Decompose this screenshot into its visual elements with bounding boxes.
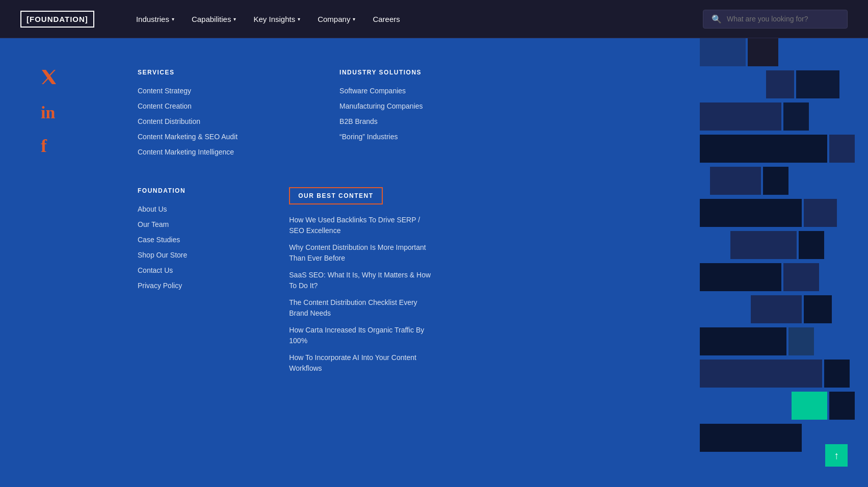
list-item: B2B Brands	[339, 117, 423, 126]
navbar: [FOUNDATION] Industries ▾ Capabilities ▾…	[0, 0, 868, 38]
list-item: About Us	[138, 204, 187, 214]
chevron-down-icon: ▾	[298, 16, 300, 22]
best-content-link-2[interactable]: SaaS SEO: What It Is, Why It Matters & H…	[289, 270, 432, 291]
best-content-section: OUR BEST CONTENT How We Used Backlinks T…	[289, 187, 432, 374]
service-link-2[interactable]: Content Distribution	[138, 117, 200, 125]
list-item: How To Incorporate AI Into Your Content …	[289, 352, 432, 374]
foundation-section: FOUNDATION About Us Our Team Case Studie…	[138, 187, 187, 374]
social-icons: in f	[41, 69, 57, 155]
nav-item-industries[interactable]: Industries ▾	[130, 11, 180, 28]
chevron-down-icon: ▾	[353, 16, 355, 22]
main-area: in f SERVICES Content Strategy Content C…	[0, 38, 868, 487]
list-item: How We Used Backlinks To Drive SERP / SE…	[289, 215, 432, 236]
nav-item-key-insights[interactable]: Key Insights ▾	[247, 11, 306, 28]
service-link-3[interactable]: Content Marketing & SEO Audit	[138, 133, 238, 141]
list-item: Content Creation	[138, 101, 238, 111]
foundation-link-4[interactable]: Contact Us	[138, 266, 173, 274]
list-item: Content Strategy	[138, 86, 238, 95]
list-item: Why Content Distribution Is More Importa…	[289, 242, 432, 264]
industry-link-1[interactable]: Manufacturing Companies	[339, 102, 423, 110]
service-link-0[interactable]: Content Strategy	[138, 87, 191, 95]
scroll-top-button[interactable]: ↑	[825, 444, 848, 467]
nav-item-capabilities[interactable]: Capabilities ▾	[186, 11, 243, 28]
list-item: Content Marketing Intelligence	[138, 147, 238, 157]
linkedin-icon[interactable]: in	[41, 104, 57, 121]
foundation-heading: FOUNDATION	[138, 187, 187, 194]
nav-items: Industries ▾ Capabilities ▾ Key Insights…	[130, 11, 682, 28]
foundation-link-1[interactable]: Our Team	[138, 220, 169, 228]
industry-link-0[interactable]: Software Companies	[339, 87, 406, 95]
service-link-4[interactable]: Content Marketing Intelligence	[138, 148, 234, 156]
industry-solutions-heading: INDUSTRY SOLUTIONS	[339, 69, 423, 76]
top-row: SERVICES Content Strategy Content Creati…	[92, 69, 571, 157]
list-item: Manufacturing Companies	[339, 101, 423, 111]
industry-solutions-list: Software Companies Manufacturing Compani…	[339, 86, 423, 141]
best-content-list: How We Used Backlinks To Drive SERP / SE…	[289, 215, 432, 374]
list-item: Case Studies	[138, 235, 187, 244]
foundation-link-3[interactable]: Shop Our Store	[138, 251, 187, 259]
search-bar[interactable]: 🔍	[703, 10, 848, 29]
list-item: How Carta Increased Its Organic Traffic …	[289, 325, 432, 346]
footer-content: SERVICES Content Strategy Content Creati…	[0, 38, 612, 487]
chevron-down-icon: ▾	[172, 16, 174, 22]
best-content-link-4[interactable]: How Carta Increased Its Organic Traffic …	[289, 325, 432, 346]
list-item: Our Team	[138, 220, 187, 229]
list-item: Software Companies	[339, 86, 423, 95]
nav-item-company[interactable]: Company ▾	[311, 11, 361, 28]
chevron-down-icon: ▾	[233, 16, 236, 22]
industry-solutions-section: INDUSTRY SOLUTIONS Software Companies Ma…	[339, 69, 423, 157]
list-item: “Boring” Industries	[339, 132, 423, 141]
best-content-link-0[interactable]: How We Used Backlinks To Drive SERP / SE…	[289, 215, 432, 236]
best-content-link-1[interactable]: Why Content Distribution Is More Importa…	[289, 242, 432, 264]
industry-link-3[interactable]: “Boring” Industries	[339, 133, 398, 141]
twitter-icon[interactable]	[41, 69, 57, 89]
services-heading: SERVICES	[138, 69, 238, 76]
facebook-icon[interactable]: f	[41, 137, 57, 155]
list-item: The Content Distribution Checklist Every…	[289, 297, 432, 319]
industry-link-2[interactable]: B2B Brands	[339, 117, 378, 125]
services-list: Content Strategy Content Creation Conten…	[138, 86, 238, 157]
foundation-link-5[interactable]: Privacy Policy	[138, 281, 182, 290]
search-icon: 🔍	[712, 14, 722, 24]
bottom-row: FOUNDATION About Us Our Team Case Studie…	[92, 187, 571, 374]
right-decorations	[700, 38, 868, 487]
service-link-1[interactable]: Content Creation	[138, 102, 192, 110]
list-item: Privacy Policy	[138, 281, 187, 290]
foundation-link-0[interactable]: About Us	[138, 205, 167, 213]
nav-item-careers[interactable]: Careers	[366, 11, 406, 28]
best-content-link-3[interactable]: The Content Distribution Checklist Every…	[289, 297, 432, 319]
best-content-link-5[interactable]: How To Incorporate AI Into Your Content …	[289, 352, 432, 374]
list-item: Content Distribution	[138, 117, 238, 126]
services-section: SERVICES Content Strategy Content Creati…	[138, 69, 238, 157]
list-item: Content Marketing & SEO Audit	[138, 132, 238, 141]
foundation-link-2[interactable]: Case Studies	[138, 236, 180, 244]
logo[interactable]: [FOUNDATION]	[20, 11, 94, 28]
list-item: Shop Our Store	[138, 250, 187, 260]
list-item: SaaS SEO: What It Is, Why It Matters & H…	[289, 270, 432, 291]
foundation-list: About Us Our Team Case Studies Shop Our …	[138, 204, 187, 290]
best-content-heading: OUR BEST CONTENT	[289, 187, 382, 204]
search-input[interactable]	[727, 15, 839, 23]
list-item: Contact Us	[138, 266, 187, 275]
